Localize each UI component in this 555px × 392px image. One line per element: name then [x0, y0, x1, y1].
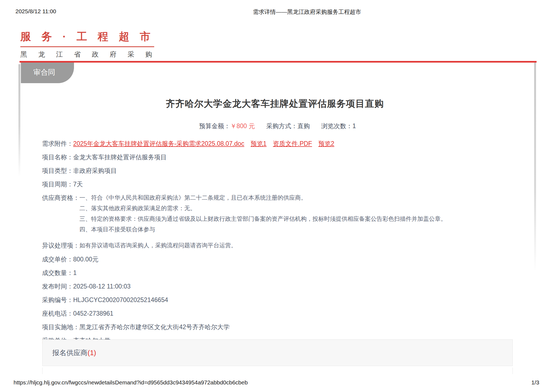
implementation-place-label: 项目实施地： — [42, 323, 79, 331]
method-label: 采购方式： — [266, 122, 297, 129]
implementation-place-row: 项目实施地： 黑龙江省齐齐哈尔市建华区文化大街42号齐齐哈尔大学 — [42, 323, 513, 331]
project-period-label: 项目周期： — [42, 180, 73, 188]
deal-quantity-value: 1 — [73, 269, 77, 277]
tab-review-contract[interactable]: 审合同 — [21, 63, 74, 83]
page-title: 齐齐哈尔大学金龙大客车挂牌处置评估服务项目直购 — [37, 98, 513, 110]
project-type-value: 非政府采购项目 — [73, 167, 117, 175]
red-divider — [20, 61, 537, 63]
views-label: 浏览次数： — [321, 122, 352, 129]
method-stat: 采购方式：直购 — [266, 122, 310, 130]
method-value: 直购 — [297, 122, 310, 129]
phone-value: 0452-2738961 — [73, 309, 113, 318]
project-name-label: 项目名称： — [42, 153, 73, 161]
phone-row: 座机电话： 0452-2738961 — [42, 309, 513, 318]
preview1-link[interactable]: 预览1 — [251, 140, 267, 147]
deal-price-row: 成交单价： 800.00元 — [42, 255, 513, 263]
publish-time-value: 2025-08-12 11:00:03 — [73, 282, 131, 290]
print-url: https://hljcg.hlj.gov.cn/fwgccs/newdetai… — [14, 379, 248, 386]
deal-price-value: 800.00元 — [73, 255, 98, 263]
attachments-label: 需求附件： — [42, 140, 73, 148]
attachment-doc-link[interactable]: 2025年金龙大客车挂牌处置评估服务-采购需求2025.08.07.doc — [73, 140, 244, 147]
implementation-place-value: 黑龙江省齐齐哈尔市建华区文化大街42号齐齐哈尔大学 — [79, 323, 230, 331]
site-logo-subtitle: 黑 龙 江 省 政 府 采 购 — [20, 50, 157, 59]
deal-price-label: 成交单价： — [42, 255, 73, 263]
print-datetime: 2025/8/12 11:00 — [15, 8, 56, 15]
supplier-qualification-items: 一、符合《中华人民共和国政府采购法》第二十二条规定，且已在本系统注册的供应商。 … — [79, 194, 447, 236]
stats-row: 预算金额：￥800 元 采购方式：直购 浏览次数：1 — [42, 122, 513, 130]
print-page: 2025/8/12 11:00 需求详情——黑龙江政府采购服务工程超市 服 务 … — [0, 0, 555, 392]
dispute-value: 如有异议请电话咨询采购人，采购流程问题请咨询平台运营。 — [79, 241, 237, 250]
project-period-row: 项目周期： 7天 — [42, 180, 513, 188]
publish-time-label: 发布时间： — [42, 282, 73, 290]
purchase-number-label: 采购编号： — [42, 296, 73, 304]
registered-suppliers-body — [42, 368, 513, 374]
phone-label: 座机电话： — [42, 309, 73, 318]
budget-stat: 预算金额：￥800 元 — [199, 122, 255, 130]
publish-time-row: 发布时间： 2025-08-12 11:00:03 — [42, 282, 513, 290]
preview2-link[interactable]: 预览2 — [318, 140, 334, 147]
purchase-number-value: HLJGCYC2002070020252146654 — [73, 296, 168, 304]
views-value: 1 — [352, 122, 356, 129]
views-stat: 浏览次数：1 — [321, 122, 356, 130]
registered-suppliers-header: 报名供应商(1) — [42, 339, 513, 366]
dispute-label: 异议处理项： — [42, 241, 79, 250]
deal-quantity-row: 成交数量： 1 — [42, 269, 513, 277]
content-shadow-left — [18, 64, 20, 177]
project-name-row: 项目名称： 金龙大客车挂牌处置评估服务项目 — [42, 153, 513, 161]
site-logo: 服 务 · 工 程 超 市 黑 龙 江 省 政 府 采 购 — [20, 29, 157, 59]
registered-suppliers-title: 报名供应商 — [52, 349, 88, 357]
qualification-item: 四、本项目不接受联合体参与 — [79, 225, 447, 234]
project-period-value: 7天 — [73, 180, 83, 188]
budget-label: 预算金额： — [199, 122, 230, 129]
project-type-row: 项目类型： 非政府采购项目 — [42, 167, 513, 175]
print-page-number: 1/3 — [531, 379, 539, 386]
qualification-item: 一、符合《中华人民共和国政府采购法》第二十二条规定，且已在本系统注册的供应商。 — [79, 194, 447, 202]
budget-value: ￥800 元 — [230, 122, 255, 129]
supplier-qualification-label: 供应商资格： — [42, 194, 79, 236]
demand-detail: 齐齐哈尔大学金龙大客车挂牌处置评估服务项目直购 预算金额：￥800 元 采购方式… — [42, 98, 513, 350]
attachments-row: 需求附件： 2025年金龙大客车挂牌处置评估服务-采购需求2025.08.07.… — [42, 140, 513, 148]
purchase-number-row: 采购编号： HLJGCYC2002070020252146654 — [42, 296, 513, 304]
print-doc-title: 需求详情——黑龙江政府采购服务工程超市 — [253, 8, 361, 16]
registered-suppliers-count: (1) — [88, 349, 96, 357]
qualification-item: 二、落实其他政府采购政策满足的需求：无。 — [79, 204, 447, 212]
attachments-links: 2025年金龙大客车挂牌处置评估服务-采购需求2025.08.07.doc 预览… — [73, 140, 339, 148]
qualification-item: 三、特定的资格要求：供应商须为通过省级及以上财政行政主管部门备案的资产评估机构，… — [79, 215, 447, 223]
supplier-qualification-row: 供应商资格： 一、符合《中华人民共和国政府采购法》第二十二条规定，且已在本系统注… — [42, 194, 513, 236]
site-logo-main: 服 务 · 工 程 超 市 — [20, 29, 154, 47]
dispute-row: 异议处理项： 如有异议请电话咨询采购人，采购流程问题请咨询平台运营。 — [42, 241, 513, 250]
project-name-value: 金龙大客车挂牌处置评估服务项目 — [73, 153, 167, 161]
qualification-pdf-link[interactable]: 资质文件.PDF — [273, 140, 312, 147]
deal-quantity-label: 成交数量： — [42, 269, 73, 277]
project-type-label: 项目类型： — [42, 167, 73, 175]
content-shadow-right — [534, 63, 536, 271]
